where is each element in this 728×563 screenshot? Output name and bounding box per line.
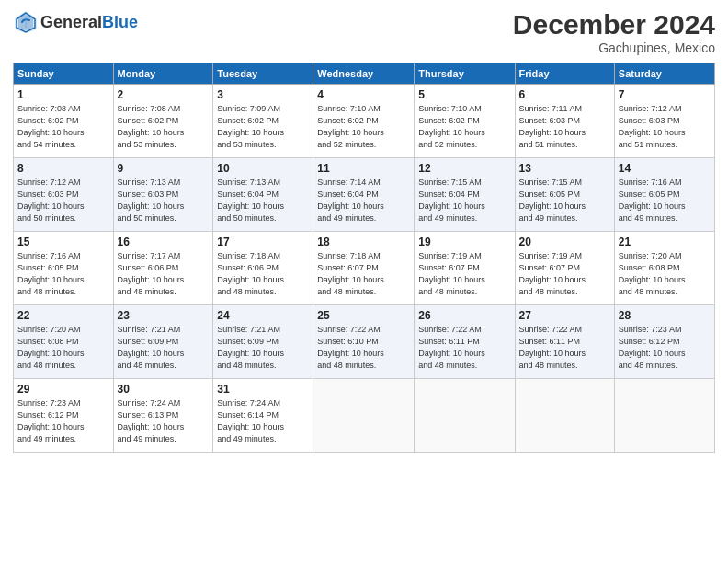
day-info: Sunrise: 7:22 AM Sunset: 6:11 PM Dayligh…: [519, 324, 610, 372]
day-info: Sunrise: 7:21 AM Sunset: 6:09 PM Dayligh…: [118, 324, 210, 372]
day-cell: 8Sunrise: 7:12 AM Sunset: 6:03 PM Daylig…: [14, 158, 114, 232]
day-number: 25: [317, 309, 410, 322]
day-info: Sunrise: 7:08 AM Sunset: 6:02 PM Dayligh…: [118, 103, 210, 151]
week-row-2: 8Sunrise: 7:12 AM Sunset: 6:03 PM Daylig…: [14, 158, 715, 232]
day-cell: 4Sunrise: 7:10 AM Sunset: 6:02 PM Daylig…: [313, 85, 415, 158]
weekday-header-thursday: Thursday: [415, 63, 515, 85]
day-number: 6: [519, 88, 610, 101]
logo-text: General Blue: [40, 13, 138, 32]
day-info: Sunrise: 7:24 AM Sunset: 6:13 PM Dayligh…: [118, 397, 210, 445]
day-info: Sunrise: 7:08 AM Sunset: 6:02 PM Dayligh…: [17, 103, 109, 151]
day-cell: 15Sunrise: 7:16 AM Sunset: 6:05 PM Dayli…: [14, 232, 114, 305]
day-number: 21: [619, 236, 711, 248]
weekday-header-row: SundayMondayTuesdayWednesdayThursdayFrid…: [14, 63, 715, 85]
day-number: 27: [519, 309, 610, 322]
day-number: 4: [317, 88, 410, 101]
day-info: Sunrise: 7:21 AM Sunset: 6:09 PM Dayligh…: [217, 324, 309, 372]
day-number: 26: [418, 309, 510, 322]
day-number: 10: [217, 162, 309, 175]
week-row-4: 22Sunrise: 7:20 AM Sunset: 6:08 PM Dayli…: [14, 305, 715, 379]
location: Gachupines, Mexico: [513, 40, 715, 55]
day-cell: 11Sunrise: 7:14 AM Sunset: 6:04 PM Dayli…: [313, 158, 415, 232]
day-info: Sunrise: 7:24 AM Sunset: 6:14 PM Dayligh…: [217, 397, 309, 445]
day-info: Sunrise: 7:10 AM Sunset: 6:02 PM Dayligh…: [317, 103, 410, 151]
day-cell: 7Sunrise: 7:12 AM Sunset: 6:03 PM Daylig…: [614, 85, 714, 158]
day-cell: 13Sunrise: 7:15 AM Sunset: 6:05 PM Dayli…: [515, 158, 614, 232]
day-number: 7: [619, 88, 711, 101]
week-row-1: 1Sunrise: 7:08 AM Sunset: 6:02 PM Daylig…: [14, 85, 715, 158]
day-number: 29: [17, 383, 109, 396]
day-info: Sunrise: 7:22 AM Sunset: 6:11 PM Dayligh…: [418, 324, 510, 372]
day-number: 13: [519, 162, 610, 175]
day-number: 30: [118, 383, 210, 396]
logo: General Blue: [13, 9, 138, 35]
page-container: General Blue December 2024 Gachupines, M…: [0, 0, 728, 460]
day-cell: 9Sunrise: 7:13 AM Sunset: 6:03 PM Daylig…: [113, 158, 213, 232]
day-number: 5: [418, 88, 510, 101]
day-info: Sunrise: 7:23 AM Sunset: 6:12 PM Dayligh…: [619, 324, 711, 372]
day-number: 19: [418, 236, 510, 248]
day-cell: 19Sunrise: 7:19 AM Sunset: 6:07 PM Dayli…: [415, 232, 515, 305]
weekday-header-wednesday: Wednesday: [313, 63, 415, 85]
day-info: Sunrise: 7:13 AM Sunset: 6:03 PM Dayligh…: [118, 177, 210, 224]
weekday-header-tuesday: Tuesday: [213, 63, 313, 85]
day-number: 31: [217, 383, 309, 396]
logo-blue: Blue: [102, 13, 138, 32]
day-number: 22: [17, 309, 109, 322]
day-cell: [614, 379, 714, 453]
day-info: Sunrise: 7:17 AM Sunset: 6:06 PM Dayligh…: [118, 250, 210, 298]
header: General Blue December 2024 Gachupines, M…: [13, 9, 715, 55]
month-title: December 2024: [513, 9, 715, 40]
day-cell: 28Sunrise: 7:23 AM Sunset: 6:12 PM Dayli…: [614, 305, 714, 379]
day-cell: 17Sunrise: 7:18 AM Sunset: 6:06 PM Dayli…: [213, 232, 313, 305]
day-number: 9: [118, 162, 210, 175]
day-info: Sunrise: 7:13 AM Sunset: 6:04 PM Dayligh…: [217, 177, 309, 224]
day-cell: 12Sunrise: 7:15 AM Sunset: 6:04 PM Dayli…: [415, 158, 515, 232]
day-cell: 22Sunrise: 7:20 AM Sunset: 6:08 PM Dayli…: [14, 305, 114, 379]
day-info: Sunrise: 7:14 AM Sunset: 6:04 PM Dayligh…: [317, 177, 410, 224]
day-info: Sunrise: 7:20 AM Sunset: 6:08 PM Dayligh…: [17, 324, 109, 372]
day-cell: 10Sunrise: 7:13 AM Sunset: 6:04 PM Dayli…: [213, 158, 313, 232]
day-info: Sunrise: 7:10 AM Sunset: 6:02 PM Dayligh…: [418, 103, 510, 151]
day-cell: 14Sunrise: 7:16 AM Sunset: 6:05 PM Dayli…: [614, 158, 714, 232]
day-info: Sunrise: 7:12 AM Sunset: 6:03 PM Dayligh…: [17, 177, 109, 224]
day-info: Sunrise: 7:11 AM Sunset: 6:03 PM Dayligh…: [519, 103, 610, 151]
weekday-header-sunday: Sunday: [14, 63, 114, 85]
day-cell: [515, 379, 614, 453]
day-info: Sunrise: 7:15 AM Sunset: 6:05 PM Dayligh…: [519, 177, 610, 224]
day-number: 17: [217, 236, 309, 248]
weekday-header-friday: Friday: [515, 63, 614, 85]
day-cell: 3Sunrise: 7:09 AM Sunset: 6:02 PM Daylig…: [213, 85, 313, 158]
day-number: 23: [118, 309, 210, 322]
day-cell: 27Sunrise: 7:22 AM Sunset: 6:11 PM Dayli…: [515, 305, 614, 379]
day-cell: 23Sunrise: 7:21 AM Sunset: 6:09 PM Dayli…: [113, 305, 213, 379]
weekday-header-monday: Monday: [113, 63, 213, 85]
day-cell: 20Sunrise: 7:19 AM Sunset: 6:07 PM Dayli…: [515, 232, 614, 305]
day-cell: [313, 379, 415, 453]
day-cell: 26Sunrise: 7:22 AM Sunset: 6:11 PM Dayli…: [415, 305, 515, 379]
weekday-header-saturday: Saturday: [614, 63, 714, 85]
week-row-5: 29Sunrise: 7:23 AM Sunset: 6:12 PM Dayli…: [14, 379, 715, 453]
day-number: 20: [519, 236, 610, 248]
day-info: Sunrise: 7:22 AM Sunset: 6:10 PM Dayligh…: [317, 324, 410, 372]
calendar-table: SundayMondayTuesdayWednesdayThursdayFrid…: [13, 63, 715, 453]
day-number: 14: [619, 162, 711, 175]
day-cell: 5Sunrise: 7:10 AM Sunset: 6:02 PM Daylig…: [415, 85, 515, 158]
day-number: 18: [317, 236, 410, 248]
day-cell: 1Sunrise: 7:08 AM Sunset: 6:02 PM Daylig…: [14, 85, 114, 158]
day-number: 3: [217, 88, 309, 101]
day-info: Sunrise: 7:19 AM Sunset: 6:07 PM Dayligh…: [519, 250, 610, 298]
day-number: 8: [17, 162, 109, 175]
day-cell: 25Sunrise: 7:22 AM Sunset: 6:10 PM Dayli…: [313, 305, 415, 379]
day-cell: 29Sunrise: 7:23 AM Sunset: 6:12 PM Dayli…: [14, 379, 114, 453]
day-number: 2: [118, 88, 210, 101]
day-number: 1: [17, 88, 109, 101]
day-cell: 24Sunrise: 7:21 AM Sunset: 6:09 PM Dayli…: [213, 305, 313, 379]
day-number: 16: [118, 236, 210, 248]
day-info: Sunrise: 7:09 AM Sunset: 6:02 PM Dayligh…: [217, 103, 309, 151]
day-cell: 16Sunrise: 7:17 AM Sunset: 6:06 PM Dayli…: [113, 232, 213, 305]
day-info: Sunrise: 7:23 AM Sunset: 6:12 PM Dayligh…: [17, 397, 109, 445]
logo-icon: [13, 9, 39, 35]
day-info: Sunrise: 7:20 AM Sunset: 6:08 PM Dayligh…: [619, 250, 711, 298]
day-info: Sunrise: 7:18 AM Sunset: 6:07 PM Dayligh…: [317, 250, 410, 298]
